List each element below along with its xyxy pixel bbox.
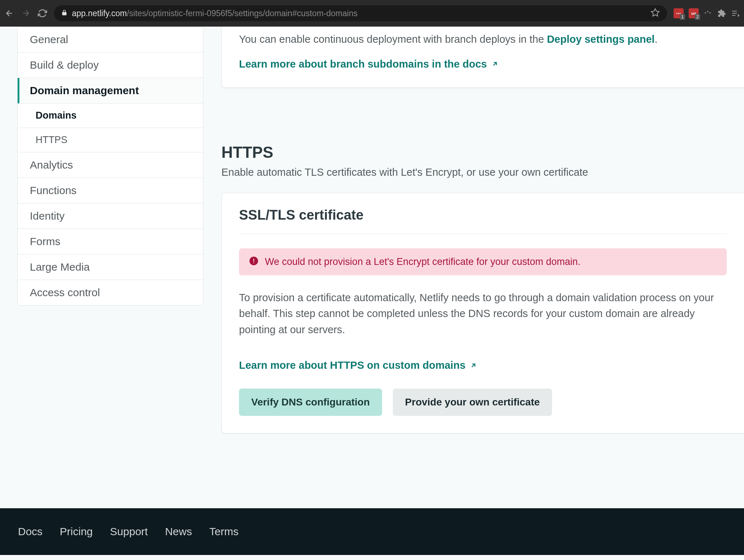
branch-deploy-intro: You can enable continuous deployment wit…: [239, 32, 727, 47]
footer-link-pricing[interactable]: Pricing: [60, 525, 93, 538]
learn-branch-subdomains-link[interactable]: Learn more about branch subdomains in th…: [239, 58, 499, 70]
media-control-icon[interactable]: [731, 9, 740, 18]
sidebar-subitem-domains[interactable]: Domains: [18, 104, 203, 128]
sidebar-item-general[interactable]: General: [18, 27, 203, 52]
svg-rect-5: [253, 259, 254, 262]
branch-subdomains-card: You can enable continuous deployment wit…: [221, 27, 744, 88]
certificate-actions: Verify DNS configuration Provide your ow…: [239, 389, 727, 416]
sidebar-item-domain-management[interactable]: Domain management: [18, 78, 203, 104]
svg-point-2: [707, 11, 708, 13]
page-content: General Build & deploy Domain management…: [0, 27, 744, 508]
footer-link-support[interactable]: Support: [110, 525, 148, 538]
learn-https-link[interactable]: Learn more about HTTPS on custom domains: [239, 359, 477, 371]
svg-point-3: [709, 12, 711, 14]
settings-sidebar: General Build & deploy Domain management…: [17, 27, 203, 508]
lock-icon: [61, 9, 68, 17]
sidebar-item-identity[interactable]: Identity: [18, 203, 203, 229]
forward-button[interactable]: [21, 8, 31, 18]
svg-rect-6: [253, 262, 254, 263]
https-section: HTTPS Enable automatic TLS certificates …: [221, 143, 744, 434]
https-description: Enable automatic TLS certificates with L…: [221, 166, 744, 178]
address-bar[interactable]: app.netlify.com/sites/optimistic-fermi-0…: [54, 5, 667, 21]
extension-ublock-icon[interactable]: uo 2: [689, 8, 699, 18]
sidebar-subitem-https[interactable]: HTTPS: [18, 128, 203, 152]
extension-lastpass-icon[interactable]: ••• 1: [674, 8, 684, 18]
sidebar-item-analytics[interactable]: Analytics: [18, 152, 203, 178]
certificate-explanation: To provision a certificate automatically…: [239, 290, 727, 338]
main-content: You can enable continuous deployment wit…: [203, 27, 744, 508]
deploy-settings-link[interactable]: Deploy settings panel: [547, 33, 655, 45]
nav-controls: [4, 8, 47, 18]
footer-link-docs[interactable]: Docs: [18, 525, 42, 538]
browser-toolbar: app.netlify.com/sites/optimistic-fermi-0…: [0, 0, 744, 27]
error-icon: [249, 256, 258, 267]
sidebar-item-build-deploy[interactable]: Build & deploy: [18, 52, 203, 78]
sidebar-item-functions[interactable]: Functions: [18, 178, 203, 203]
sidebar-item-large-media[interactable]: Large Media: [18, 254, 203, 280]
certificate-error-alert: We could not provision a Let's Encrypt c…: [239, 248, 727, 275]
ssl-card-title: SSL/TLS certificate: [239, 207, 727, 234]
extensions-puzzle-icon[interactable]: [717, 9, 726, 18]
footer-link-terms[interactable]: Terms: [209, 525, 239, 538]
sidebar-nav-list: General Build & deploy Domain management…: [17, 27, 203, 306]
extension-icon[interactable]: [704, 9, 712, 18]
https-title: HTTPS: [221, 143, 744, 161]
back-button[interactable]: [4, 8, 14, 18]
svg-point-1: [705, 12, 706, 14]
sidebar-item-forms[interactable]: Forms: [18, 229, 203, 254]
alert-message: We could not provision a Let's Encrypt c…: [265, 256, 580, 267]
provide-certificate-button[interactable]: Provide your own certificate: [393, 389, 552, 416]
footer-link-news[interactable]: News: [165, 525, 192, 538]
verify-dns-button[interactable]: Verify DNS configuration: [239, 389, 382, 416]
url-text: app.netlify.com/sites/optimistic-fermi-0…: [72, 9, 358, 18]
page-footer: Docs Pricing Support News Terms: [0, 508, 744, 555]
ssl-certificate-card: SSL/TLS certificate We could not provisi…: [221, 193, 744, 434]
reload-button[interactable]: [37, 8, 47, 18]
bookmark-star-icon[interactable]: [651, 8, 660, 19]
sidebar-item-access-control[interactable]: Access control: [18, 280, 203, 305]
extension-icons: ••• 1 uo 2: [674, 8, 740, 18]
svg-marker-0: [651, 9, 659, 16]
